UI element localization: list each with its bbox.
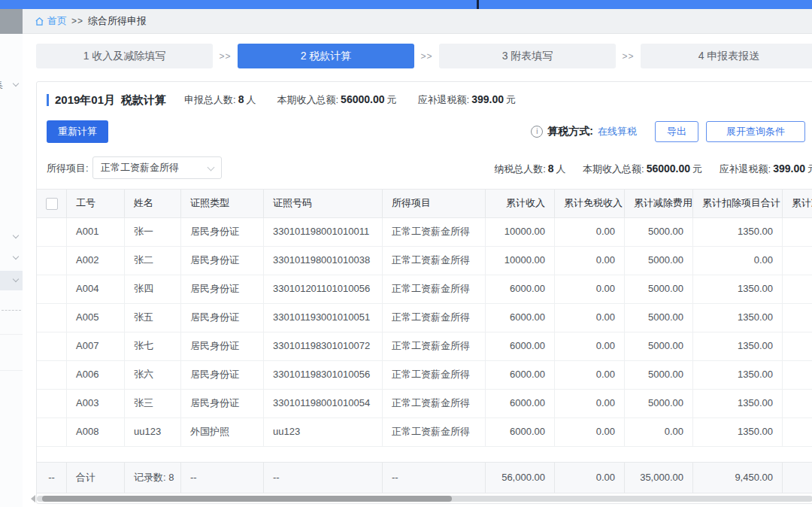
table-cell: 张六 [125,361,181,389]
stat-tax-due: 应补退税额:399.00元 [720,163,812,175]
table-cell: 正常工资薪金所得 [383,332,486,360]
tax-mode-value-link[interactable]: 在线算税 [598,125,637,138]
stat-declared-count: 申报总人数:8人 [184,93,256,107]
info-icon: i [531,126,543,138]
table-cell: 张一 [125,218,181,246]
income-item-select[interactable]: 正常工资薪金所得 [92,156,222,179]
table-cell: 6000.00 [486,304,555,332]
table-cell: 居民身份证 [181,247,264,275]
step-2-tax-calculation[interactable]: 2 税款计算 [238,44,414,68]
table-cell: 居民身份证 [181,218,264,246]
table-row[interactable]: A007张七居民身份证330101198301010072正常工资薪金所得600… [37,332,812,361]
home-icon [35,17,44,26]
table-cell: 正常工资薪金所得 [383,390,486,417]
table-cell: 正常工资薪金所得 [383,218,486,246]
step-1-income-deduction[interactable]: 1 收入及减除填写 [36,44,213,68]
table-cell: 居民身份证 [181,304,264,332]
chevron-down-icon [208,165,214,170]
panel-title-row: 2019年01月 税款计算 申报总人数:8人 本期收入总额:56000.00元 … [47,92,812,108]
expand-query-button[interactable]: 展开查询条件 [706,121,805,142]
table-cell: 1350.00 [693,275,783,303]
table-cell: 5000.00 [625,390,693,417]
table-cell: 0.00 [625,418,693,446]
tax-calculation-panel: 2019年01月 税款计算 申报总人数:8人 本期收入总额:56000.00元 … [36,81,812,504]
table-cell: 6000.00 [486,332,555,360]
table-cell: 1350.00 [693,361,783,389]
sidebar-item-collapsed[interactable]: 集 [0,75,23,95]
sidebar-header-block [0,9,23,34]
table-cell [37,275,67,303]
table-cell [37,304,67,332]
table-row[interactable]: A001张一居民身份证330101198001010011正常工资薪金所得100… [37,218,812,247]
table-cell: 居民身份证 [181,390,264,417]
table-cell: 0.00 [555,218,625,246]
breadcrumb-current: 综合所得申报 [88,14,147,28]
table-cell: A007 [67,332,125,360]
table-cell: 记录数: 8 [125,463,181,493]
table-cell: 0.00 [555,418,625,446]
table-row[interactable]: A005张五居民身份证330101193001010051正常工资薪金所得600… [37,304,812,332]
breadcrumb-home-label: 首页 [47,14,67,28]
table-cell [783,247,812,275]
table-cell: 张四 [125,275,181,303]
table-cell: uu123 [125,418,181,446]
table-cell [783,275,812,303]
sidebar-item-selected[interactable] [0,271,23,290]
table-row[interactable]: A003张三居民身份证330101198001010054正常工资薪金所得600… [37,390,812,418]
table-cell: 1350.00 [693,332,783,360]
export-button[interactable]: 导出 [655,121,698,142]
scroll-left-arrow[interactable] [31,495,35,502]
table-cell: 10000.00 [486,247,555,275]
table-cell: 6000.00 [486,390,555,417]
table-cell: A006 [67,361,125,389]
stat-period-income: 本期收入总额:56000.00元 [277,93,396,107]
stat-tax-due: 应补退税额:399.00元 [418,93,516,107]
table-cell: 5000.00 [625,247,693,275]
column-header: 累计减除费用 [625,190,693,217]
table-cell: 正常工资薪金所得 [383,275,486,303]
table-row[interactable]: A004张四居民身份证330101201101010056正常工资薪金所得600… [37,275,812,304]
column-header: 证照类型 [181,190,264,217]
table-row[interactable]: A008uu123外国护照uu123正常工资薪金所得6000.000.000.0… [37,418,812,447]
table-cell: 6000.00 [486,275,555,303]
top-blue-bar [0,0,812,9]
table-body: A001张一居民身份证330101198001010011正常工资薪金所得100… [37,218,812,447]
table-row[interactable]: A006张六居民身份证330101198301010056正常工资薪金所得600… [37,361,812,390]
column-header: 累计免税收入 [555,190,625,217]
table-cell [783,390,812,417]
income-item-selected-value: 正常工资薪金所得 [101,162,179,173]
chevron-down-icon [14,81,19,87]
table-cell: 6000.00 [486,361,555,389]
table-cell: 居民身份证 [181,361,264,389]
stat-taxpayer-count: 纳税总人数:8人 [494,163,565,175]
table-cell: 张五 [125,304,181,332]
column-header: 证照号码 [264,190,383,217]
table-cell: 56,000.00 [486,463,555,493]
collapsed-sidebar[interactable]: 集 [0,9,23,507]
sidebar-item-collapsed[interactable] [0,227,23,247]
table-cell: 330101198301010072 [264,332,383,360]
table-row[interactable]: A002张二居民身份证330101198001010038正常工资薪金所得100… [37,247,812,275]
step-wizard: 1 收入及减除填写 >> 2 税款计算 >> 3 附表填写 >> 4 申报表报送 [36,44,812,68]
table-cell: 0.00 [693,247,783,275]
table-cell: 0.00 [555,361,625,389]
chevron-down-icon [14,233,19,238]
sidebar-item-collapsed[interactable] [0,248,23,268]
table-cell: A003 [67,390,125,417]
scrollbar-track[interactable] [37,496,812,502]
select-all-checkbox[interactable] [46,198,58,210]
recalculate-button[interactable]: 重新计算 [47,120,108,143]
topbar-divider [477,0,479,9]
table-cell [783,463,812,493]
scrollbar-thumb[interactable] [42,496,452,502]
step-4-submit-return[interactable]: 4 申报表报送 [641,44,812,68]
actions-right-group: i 算税方式: 在线算税 导出 展开查询条件 [531,120,805,143]
table-cell [783,361,812,389]
table-cell [37,418,67,446]
step-separator: >> [213,51,238,62]
table-cell: 张二 [125,247,181,275]
table-cell: 外国护照 [181,418,264,446]
title-accent-bar [47,94,49,106]
breadcrumb-home-link[interactable]: 首页 [35,14,67,28]
step-3-schedules[interactable]: 3 附表填写 [439,44,616,68]
